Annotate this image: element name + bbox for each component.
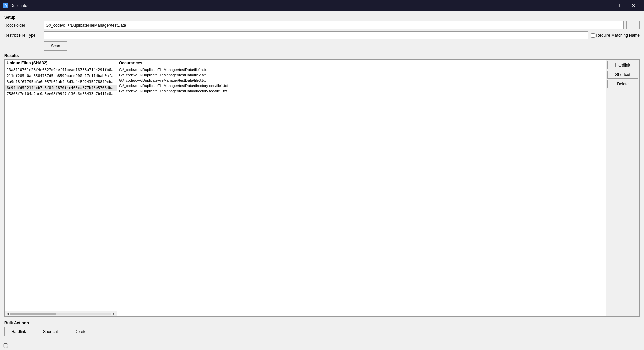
main-content: Setup Root Folder ... Restrict File Type… [0,11,644,342]
occurrence-item[interactable]: G:/_code/c++/DuplicateFileManager/testDa… [117,78,606,83]
app-title: Duplinator [10,3,29,8]
title-bar: D Duplinator — □ ✕ [0,0,644,11]
hash-item[interactable]: 6c94dfd522144cb7c3f8fd1870f4c463ca877b48… [5,85,117,91]
results-label: Results [4,53,640,58]
app-icon: D [3,3,8,8]
bulk-actions-row: Hardlink Shortcut Delete [4,327,640,336]
scroll-left-arrow[interactable]: ◀ [5,312,10,316]
occurrence-item[interactable]: G:/_code/c++/DuplicateFileManager/testDa… [117,72,606,78]
occurrences-panel: Occurances G:/_code/c++/DuplicateFileMan… [117,60,606,316]
scrollbar-track[interactable] [10,313,111,315]
restrict-file-type-input[interactable] [44,31,588,39]
results-section: Results Unique Files (SHA32) 13a8110761e… [4,53,640,317]
shortcut-action-button[interactable]: Shortcut [607,71,638,79]
minimize-button[interactable]: — [595,0,610,11]
occurrence-item[interactable]: G:/_code/c++/DuplicateFileManager/testDa… [117,88,606,94]
occurrences-header: Occurances [117,60,606,67]
title-bar-left: D Duplinator [3,3,29,8]
bulk-actions-section: Bulk Actions Hardlink Shortcut Delete [4,319,640,338]
restrict-file-type-row: Restrict File Type Require Matching Name [4,31,640,39]
horizontal-scrollbar[interactable]: ◀ ▶ [5,311,117,316]
scan-button[interactable]: Scan [44,41,67,51]
hash-item[interactable]: 211ef285b0ac3584737d5ca8599bacd900d17c11… [5,73,117,79]
main-window: D Duplinator — □ ✕ Setup Root Folder ...… [0,0,644,350]
scroll-right-arrow[interactable]: ▶ [111,312,116,316]
require-matching-name-label: Require Matching Name [596,33,640,38]
occurrences-list[interactable]: G:/_code/c++/DuplicateFileManager/testDa… [117,67,606,316]
occurrence-item[interactable]: G:/_code/c++/DuplicateFileManager/testDa… [117,83,606,88]
restrict-file-type-label: Restrict File Type [4,33,41,38]
occurrence-item[interactable]: G:/_code/c++/DuplicateFileManager/testDa… [117,67,606,72]
scrollbar-thumb[interactable] [10,313,56,315]
window-controls: — □ ✕ [595,0,641,11]
unique-files-header: Unique Files (SHA32) [5,60,117,67]
bulk-actions-label: Bulk Actions [4,321,640,325]
root-folder-row: Root Folder ... [4,21,640,29]
hash-item[interactable]: 75803f7ef04a2ac0a3ee08f99f7a136c6d55433b… [5,91,117,97]
bulk-hardlink-button[interactable]: Hardlink [4,327,33,336]
bottom-bar [0,342,644,350]
unique-files-panel: Unique Files (SHA32) 13a8110761e28f4e032… [5,60,117,316]
setup-section: Setup Root Folder ... Restrict File Type… [4,15,640,51]
setup-label: Setup [4,15,640,20]
require-matching-name-row: Require Matching Name [591,33,640,38]
maximize-button[interactable]: □ [610,0,626,11]
hash-item[interactable]: 3a9e18f67795bfa6e057b61abfa6d3a448924352… [5,79,117,85]
loading-spinner [3,343,8,348]
hardlink-action-button[interactable]: Hardlink [607,61,638,69]
hash-item[interactable]: 13a8110761e28f4e0327d94ef41bead16738a714… [5,67,117,73]
close-button[interactable]: ✕ [626,0,641,11]
browse-button[interactable]: ... [626,21,640,29]
delete-action-button[interactable]: Delete [607,80,638,88]
require-matching-name-checkbox[interactable] [591,33,595,38]
bulk-delete-button[interactable]: Delete [68,327,94,336]
root-folder-label: Root Folder [4,23,41,28]
bulk-shortcut-button[interactable]: Shortcut [36,327,65,336]
results-container: Unique Files (SHA32) 13a8110761e28f4e032… [4,59,640,317]
actions-panel: Hardlink Shortcut Delete [606,60,639,316]
root-folder-input[interactable] [44,21,624,29]
unique-files-list[interactable]: 13a8110761e28f4e0327d94ef41bead16738a714… [5,67,117,311]
